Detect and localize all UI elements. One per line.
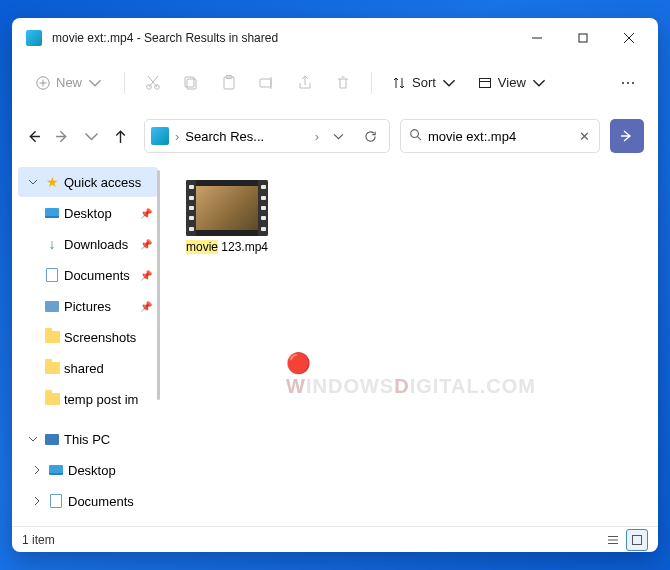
details-view-button[interactable] bbox=[602, 529, 624, 551]
expand-icon[interactable] bbox=[32, 465, 44, 475]
svg-point-21 bbox=[632, 81, 634, 83]
forward-button[interactable] bbox=[55, 129, 70, 144]
sidebar-item-documents[interactable]: Documents 📌 bbox=[18, 260, 158, 290]
pin-icon: 📌 bbox=[140, 301, 152, 312]
collapse-icon[interactable] bbox=[28, 177, 40, 187]
sidebar-label: Desktop bbox=[68, 463, 152, 478]
separator bbox=[371, 72, 372, 94]
copy-button[interactable] bbox=[173, 66, 209, 100]
item-count: 1 item bbox=[22, 533, 55, 547]
folder-icon bbox=[45, 362, 60, 374]
svg-line-9 bbox=[149, 76, 158, 87]
sidebar-item-pictures[interactable]: Pictures 📌 bbox=[18, 291, 158, 321]
sidebar-item-shared[interactable]: shared bbox=[18, 353, 158, 383]
pin-icon: 📌 bbox=[140, 208, 152, 219]
expand-icon[interactable] bbox=[32, 496, 44, 506]
sidebar-item-screenshots[interactable]: Screenshots bbox=[18, 322, 158, 352]
copy-icon bbox=[182, 74, 200, 92]
breadcrumb-dropdown[interactable] bbox=[325, 123, 351, 149]
clear-search-button[interactable]: ✕ bbox=[573, 129, 595, 144]
sidebar-pc-desktop[interactable]: Desktop bbox=[18, 455, 158, 485]
search-icon bbox=[409, 128, 422, 144]
window-controls bbox=[514, 22, 652, 54]
sidebar: ★ Quick access Desktop 📌 ↓ Downloads 📌 D… bbox=[12, 164, 164, 526]
view-button[interactable]: View bbox=[468, 69, 556, 96]
titlebar: movie ext:.mp4 - Search Results in share… bbox=[12, 18, 658, 58]
pin-icon: 📌 bbox=[140, 270, 152, 281]
nav-arrows bbox=[26, 129, 128, 144]
plus-circle-icon bbox=[36, 76, 50, 90]
folder-icon bbox=[45, 331, 60, 343]
sort-icon bbox=[392, 76, 406, 90]
search-input[interactable]: movie ext:.mp4 bbox=[428, 129, 567, 144]
svg-rect-1 bbox=[579, 34, 587, 42]
download-icon: ↓ bbox=[44, 236, 60, 252]
svg-line-10 bbox=[148, 76, 157, 87]
up-button[interactable] bbox=[113, 129, 128, 144]
desktop-icon bbox=[45, 208, 59, 218]
sidebar-this-pc[interactable]: This PC bbox=[18, 424, 158, 454]
recent-button[interactable] bbox=[84, 129, 99, 144]
share-icon bbox=[296, 74, 314, 92]
chevron-down-icon bbox=[442, 76, 456, 90]
results-pane[interactable]: movie 123.mp4 🔴 WWindowsDigital.comINDOW… bbox=[164, 164, 658, 526]
svg-rect-17 bbox=[479, 78, 490, 87]
new-label: New bbox=[56, 75, 82, 90]
delete-button[interactable] bbox=[325, 66, 361, 100]
svg-rect-27 bbox=[633, 535, 642, 544]
close-button[interactable] bbox=[606, 22, 652, 54]
sidebar-quick-access[interactable]: ★ Quick access bbox=[18, 167, 158, 197]
back-button[interactable] bbox=[26, 129, 41, 144]
new-button[interactable]: New bbox=[24, 69, 114, 96]
breadcrumb-sep: › bbox=[315, 129, 319, 144]
breadcrumb-text[interactable]: Search Res... bbox=[185, 129, 308, 144]
pin-icon: 📌 bbox=[140, 239, 152, 250]
sidebar-label: temp post im bbox=[64, 392, 152, 407]
maximize-button[interactable] bbox=[560, 22, 606, 54]
toolbar: New Sort View bbox=[12, 58, 658, 108]
location-icon bbox=[151, 127, 169, 145]
ellipsis-icon bbox=[619, 74, 637, 92]
search-go-button[interactable] bbox=[610, 119, 644, 153]
cut-button[interactable] bbox=[135, 66, 171, 100]
view-icon bbox=[478, 76, 492, 90]
star-icon: ★ bbox=[44, 174, 60, 190]
rename-button[interactable] bbox=[249, 66, 285, 100]
view-label: View bbox=[498, 75, 526, 90]
minimize-button[interactable] bbox=[514, 22, 560, 54]
desktop-icon bbox=[49, 465, 63, 475]
sidebar-item-downloads[interactable]: ↓ Downloads 📌 bbox=[18, 229, 158, 259]
sidebar-label: This PC bbox=[64, 432, 152, 447]
svg-line-23 bbox=[418, 137, 422, 141]
refresh-button[interactable] bbox=[357, 123, 383, 149]
sidebar-label: Pictures bbox=[64, 299, 136, 314]
share-button[interactable] bbox=[287, 66, 323, 100]
rename-icon bbox=[258, 74, 276, 92]
document-icon bbox=[50, 494, 62, 508]
sort-label: Sort bbox=[412, 75, 436, 90]
icons-view-button[interactable] bbox=[626, 529, 648, 551]
address-bar[interactable]: › Search Res... › bbox=[144, 119, 390, 153]
file-item[interactable]: movie 123.mp4 bbox=[180, 180, 274, 254]
explorer-window: movie ext:.mp4 - Search Results in share… bbox=[12, 18, 658, 552]
folder-icon bbox=[45, 393, 60, 405]
watermark: 🔴 WWindowsDigital.comINDOWSDIGITAL.COM bbox=[286, 350, 536, 397]
paste-icon bbox=[220, 74, 238, 92]
sort-button[interactable]: Sort bbox=[382, 69, 466, 96]
paste-button[interactable] bbox=[211, 66, 247, 100]
video-thumbnail bbox=[186, 180, 268, 236]
more-button[interactable] bbox=[610, 66, 646, 100]
sidebar-label: Desktop bbox=[64, 206, 136, 221]
status-bar: 1 item bbox=[12, 526, 658, 552]
search-box[interactable]: movie ext:.mp4 ✕ bbox=[400, 119, 600, 153]
collapse-icon[interactable] bbox=[28, 434, 40, 444]
sidebar-item-temp[interactable]: temp post im bbox=[18, 384, 158, 414]
sidebar-pc-documents[interactable]: Documents bbox=[18, 486, 158, 516]
sidebar-label: shared bbox=[64, 361, 152, 376]
sidebar-label: Quick access bbox=[64, 175, 152, 190]
svg-rect-15 bbox=[260, 79, 271, 87]
separator bbox=[124, 72, 125, 94]
file-name: movie 123.mp4 bbox=[186, 240, 268, 254]
sidebar-item-desktop[interactable]: Desktop 📌 bbox=[18, 198, 158, 228]
svg-point-19 bbox=[622, 81, 624, 83]
